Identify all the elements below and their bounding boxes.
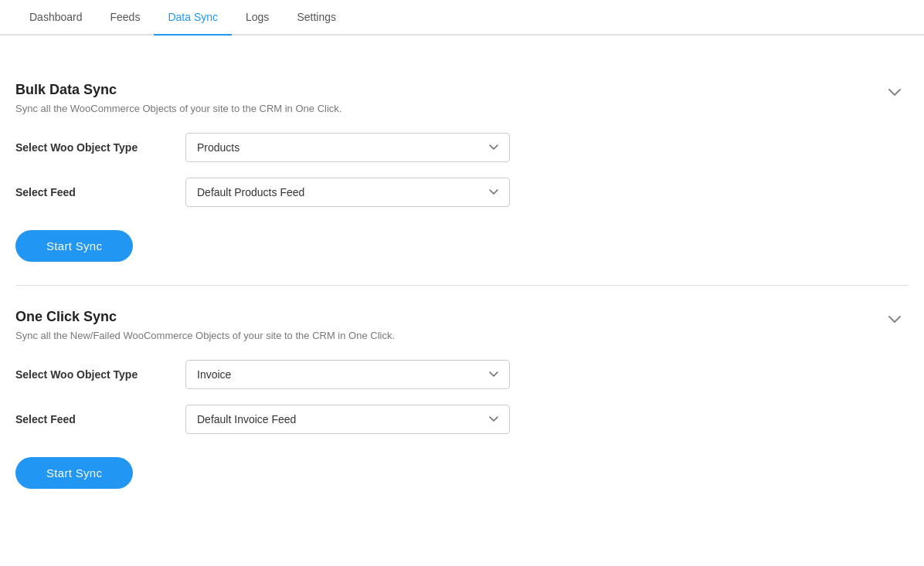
one-click-sync-object-type-label: Select Woo Object Type — [15, 368, 185, 381]
bulk-sync-feed-row: Select Feed Default Products Feed Custom… — [15, 178, 909, 207]
bulk-sync-object-type-select[interactable]: Products Orders Customers Invoice — [185, 133, 510, 162]
one-click-sync-feed-row: Select Feed Default Invoice Feed Custom … — [15, 405, 909, 434]
one-click-sync-feed-select[interactable]: Default Invoice Feed Custom Feed 1 — [185, 405, 510, 434]
nav-settings[interactable]: Settings — [283, 0, 350, 36]
bulk-sync-feed-label: Select Feed — [15, 186, 185, 198]
one-click-sync-description: Sync all the New/Failed WooCommerce Obje… — [15, 330, 909, 341]
one-click-sync-object-type-select[interactable]: Products Orders Customers Invoice — [185, 360, 510, 389]
bulk-sync-feed-select[interactable]: Default Products Feed Custom Feed 1 — [185, 178, 510, 207]
one-click-sync-start-button[interactable]: Start Sync — [15, 457, 133, 489]
bulk-sync-object-type-row: Select Woo Object Type Products Orders C… — [15, 133, 909, 162]
one-click-sync-feed-label: Select Feed — [15, 413, 185, 425]
nav-feeds[interactable]: Feeds — [97, 0, 155, 36]
nav-dashboard[interactable]: Dashboard — [15, 0, 97, 36]
nav-logs[interactable]: Logs — [232, 0, 283, 36]
bulk-sync-title: Bulk Data Sync — [15, 82, 909, 98]
bulk-sync-collapse-icon[interactable] — [888, 86, 901, 99]
one-click-sync-title: One Click Sync — [15, 309, 909, 325]
main-content: Bulk Data Sync Sync all the WooCommerce … — [0, 36, 924, 535]
bulk-sync-description: Sync all the WooCommerce Objects of your… — [15, 103, 909, 114]
bulk-sync-object-type-label: Select Woo Object Type — [15, 141, 185, 154]
bulk-sync-start-button[interactable]: Start Sync — [15, 230, 133, 262]
nav-data-sync[interactable]: Data Sync — [154, 0, 232, 36]
one-click-sync-section: One Click Sync Sync all the New/Failed W… — [15, 286, 909, 512]
one-click-sync-collapse-icon[interactable] — [888, 314, 901, 326]
bulk-sync-section: Bulk Data Sync Sync all the WooCommerce … — [15, 59, 909, 286]
one-click-sync-object-type-row: Select Woo Object Type Products Orders C… — [15, 360, 909, 389]
main-nav: Dashboard Feeds Data Sync Logs Settings — [0, 0, 924, 36]
